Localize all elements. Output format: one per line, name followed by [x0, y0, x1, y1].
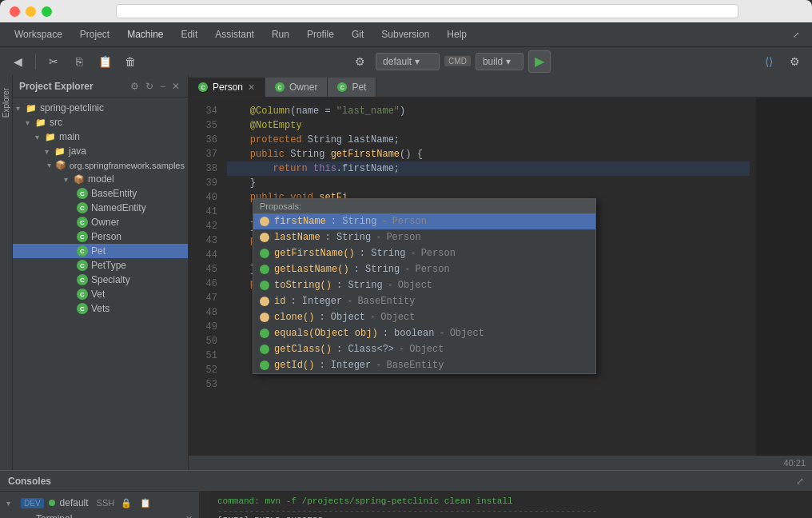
- tab-owner[interactable]: C Owner: [265, 78, 328, 97]
- explorer-panel-label[interactable]: Explorer: [0, 82, 13, 124]
- popup-name-7: equals(Object obj): [274, 328, 378, 339]
- popup-source-1: Person: [386, 232, 420, 243]
- popup-item-8[interactable]: getClass() : Class<?> - Object: [253, 341, 595, 357]
- code-view-btn[interactable]: ⟨⟩: [758, 50, 780, 73]
- tab-close-person[interactable]: ✕: [248, 82, 255, 93]
- tab-person[interactable]: C Person ✕: [189, 78, 265, 97]
- popup-item-9[interactable]: getId() : Integer - BaseEntity: [253, 357, 595, 373]
- popup-header: Proposals:: [253, 199, 595, 213]
- toolbar-paste-btn[interactable]: 📋: [94, 50, 116, 73]
- explorer-title: Project Explorer: [19, 81, 124, 92]
- tree-item-main[interactable]: ▾ 📁 main: [13, 130, 188, 144]
- popup-source-3: Person: [415, 264, 449, 275]
- popup-source-5: BaseEntity: [357, 296, 415, 307]
- popup-item-4[interactable]: toString() : String - Object: [253, 277, 595, 293]
- popup-item-5[interactable]: id : Integer - BaseEntity: [253, 293, 595, 309]
- popup-name-4: toString(): [274, 280, 332, 291]
- minimap[interactable]: [756, 98, 812, 456]
- console-line-0: command: mvn -f /projects/spring-petclin…: [217, 496, 804, 506]
- address-bar[interactable]: [116, 4, 738, 18]
- toolbar-cut-btn[interactable]: ✂: [42, 50, 65, 73]
- popup-item-6[interactable]: clone() : Object - Object: [253, 309, 595, 325]
- popup-type-2: : String: [360, 248, 406, 259]
- settings-btn[interactable]: ⚙: [783, 50, 806, 73]
- tree-item-org[interactable]: ▾ 📦 org.springframework.samples: [13, 158, 188, 172]
- menu-item-profile[interactable]: Profile: [299, 26, 342, 43]
- run-button[interactable]: ▶: [528, 50, 551, 73]
- console-server-item[interactable]: ▾ DEV default SSH 🔒 📋: [0, 495, 199, 511]
- popup-name-9: getId(): [274, 360, 314, 371]
- popup-item-7[interactable]: equals(Object obj) : boolean - Object: [253, 325, 595, 341]
- close-button[interactable]: [10, 6, 20, 17]
- tab-icon-owner: C: [275, 82, 285, 92]
- menu-bar: Workspace Project Machine Edit Assistant…: [0, 22, 812, 46]
- toolbar-nav-btn[interactable]: ◀: [6, 50, 29, 73]
- popup-type-6: : Object: [319, 312, 365, 323]
- menu-item-assistant[interactable]: Assistant: [207, 26, 262, 43]
- cmd-badge: CMD: [444, 56, 471, 66]
- tree-item-model[interactable]: ▾ 📦 model: [13, 172, 188, 186]
- tree-item-baseentity[interactable]: C BaseEntity: [13, 186, 188, 201]
- popup-icon-9: [260, 361, 269, 370]
- explorer-collapse-icon[interactable]: −: [158, 79, 167, 94]
- explorer-settings-icon[interactable]: ⚙: [129, 79, 141, 94]
- editor-area: C Person ✕ C Owner C Pet 34 35 36 37 38 …: [189, 75, 812, 470]
- tab-label-owner: Owner: [289, 82, 317, 93]
- config-icon-btn[interactable]: ⚙: [348, 50, 371, 73]
- tree-item-src[interactable]: ▾ 📁 src: [13, 115, 188, 130]
- dropdown-arrow: ▾: [415, 56, 420, 67]
- build-dropdown[interactable]: build ▾: [476, 53, 523, 70]
- tree-item-root[interactable]: ▾ 📁 spring-petclinic: [13, 101, 188, 115]
- tree-item-vets[interactable]: C Vets: [13, 301, 188, 316]
- code-content[interactable]: 34 35 36 37 38 39 40 41 42 43 44 45 46 4…: [189, 98, 812, 456]
- code-line-36: @NotEmpty: [227, 118, 750, 133]
- popup-item-2[interactable]: getFirstName() : String - Person: [253, 245, 595, 261]
- code-line-37: protected String lastName;: [227, 133, 750, 147]
- popup-item-1[interactable]: lastName : String - Person: [253, 229, 595, 245]
- menu-item-help[interactable]: Help: [439, 26, 475, 43]
- popup-item-0[interactable]: firstName : String - Person: [253, 213, 595, 229]
- toolbar-copy-btn[interactable]: ⎘: [68, 50, 90, 73]
- menu-item-machine[interactable]: Machine: [119, 26, 171, 43]
- popup-item-3[interactable]: getLastName() : String - Person: [253, 261, 595, 277]
- console-output[interactable]: command: mvn -f /projects/spring-petclin…: [209, 492, 812, 518]
- menu-item-edit[interactable]: Edit: [173, 26, 206, 43]
- popup-icon-3: [260, 265, 269, 274]
- popup-name-1: lastName: [274, 232, 320, 243]
- toolbar-delete-btn[interactable]: 🗑: [119, 50, 141, 73]
- terminal-close-btn[interactable]: ✕: [185, 514, 193, 519]
- traffic-lights: [10, 6, 52, 17]
- tree-item-pettype[interactable]: C PetType: [13, 258, 188, 273]
- console-terminal-item[interactable]: ▬ Terminal ✕: [0, 511, 199, 518]
- menu-item-project[interactable]: Project: [72, 26, 117, 43]
- tree-item-owner[interactable]: C Owner: [13, 215, 188, 229]
- menu-item-subversion[interactable]: Subversion: [373, 26, 437, 43]
- minimize-button[interactable]: [26, 6, 36, 17]
- console-expand-icon[interactable]: ⤢: [796, 476, 804, 487]
- popup-icon-0: [260, 217, 269, 226]
- popup-type-0: : String: [331, 216, 377, 227]
- tree-item-person[interactable]: C Person: [13, 229, 188, 244]
- menu-item-git[interactable]: Git: [344, 26, 372, 43]
- ssh-icon: 🔒: [121, 498, 132, 508]
- console-resize-handle[interactable]: [200, 492, 209, 518]
- line-numbers: 34 35 36 37 38 39 40 41 42 43 44 45 46 4…: [189, 98, 221, 456]
- tab-label-person: Person: [213, 82, 243, 93]
- dev-badge: DEV: [21, 498, 44, 508]
- tab-pet[interactable]: C Pet: [328, 78, 376, 97]
- config-dropdown[interactable]: default ▾: [376, 53, 440, 70]
- expand-window-icon[interactable]: ⤢: [786, 27, 806, 42]
- tree-item-java[interactable]: ▾ 📁 java: [13, 144, 188, 158]
- tree-item-vet[interactable]: C Vet: [13, 287, 188, 301]
- cursor-position: 40:21: [783, 458, 806, 468]
- menu-item-run[interactable]: Run: [264, 26, 297, 43]
- menu-item-workspace[interactable]: Workspace: [6, 26, 70, 43]
- tree-item-pet[interactable]: C Pet: [13, 244, 188, 258]
- explorer-sync-icon[interactable]: ↻: [144, 79, 155, 94]
- explorer-close-icon[interactable]: ✕: [170, 79, 181, 94]
- tree-label-model: model: [88, 173, 114, 185]
- tree-item-specialty[interactable]: C Specialty: [13, 273, 188, 287]
- popup-name-2: getFirstName(): [274, 248, 355, 259]
- tree-item-namedentity[interactable]: C NamedEntity: [13, 201, 188, 215]
- maximize-button[interactable]: [42, 6, 52, 17]
